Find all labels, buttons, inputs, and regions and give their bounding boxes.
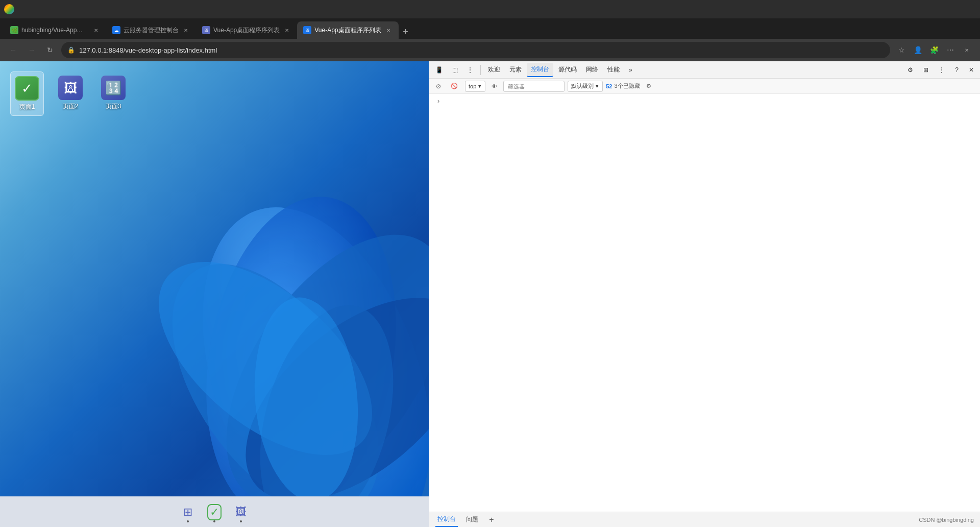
devtools-close-btn[interactable]: ✕	[965, 63, 978, 77]
taskbar-icon-image[interactable]: 🖼	[230, 501, 252, 523]
devtools-content	[429, 108, 980, 512]
profile-icon[interactable]: 👤	[911, 43, 925, 57]
tab-3-close[interactable]: ✕	[283, 26, 291, 34]
desktop-icon-page1[interactable]: ✓ 页面1	[10, 71, 44, 116]
top-label: top	[469, 83, 476, 89]
taskbar-checkmark-dot	[213, 520, 215, 522]
toolbar-right: ☆ 👤 🧩 ⋯ ✕	[894, 43, 974, 57]
devtools-tab-elements[interactable]: 元素	[505, 63, 526, 77]
refresh-button[interactable]: ↻	[43, 43, 57, 57]
browser-tab-1[interactable]: 🌿 hubingbing/Vue-App桌面程序… ✕	[4, 21, 106, 39]
devtools-help-btn[interactable]: ?	[951, 63, 963, 77]
console-expand-btn[interactable]: ⊘	[433, 81, 444, 91]
tab-2-title: 云服务器管理控制台	[124, 26, 179, 35]
browser-logo	[4, 4, 14, 14]
tab-2-favicon: ☁	[112, 26, 120, 34]
devtools-more-btn[interactable]: ⋮	[935, 63, 949, 77]
count-number: 52	[606, 83, 612, 89]
devtools-dots-btn[interactable]: ⋮	[463, 63, 477, 77]
desktop-icon-page3[interactable]: 🔢 页面3	[97, 71, 130, 116]
lock-icon: 🔒	[67, 46, 75, 54]
devtools-separator-1	[480, 65, 481, 75]
tab-1-close[interactable]: ✕	[92, 26, 100, 34]
bookmark-icon[interactable]: ☆	[894, 43, 909, 57]
devtools-tab-performance[interactable]: 性能	[603, 63, 624, 77]
page1-icon-img: ✓	[15, 76, 39, 101]
browser-tab-bar: 🌿 hubingbing/Vue-App桌面程序… ✕ ☁ 云服务器管理控制台 …	[0, 18, 980, 39]
devtools-device-btn[interactable]: 📱	[431, 63, 447, 77]
tab-3-favicon: 🖥	[202, 26, 210, 34]
devtools-tab-sources[interactable]: 源代码	[554, 63, 581, 77]
main-area: ✓ 页面1 🖼 页面2 🔢 页面3 ⊞	[0, 61, 980, 527]
devtools-settings-btn[interactable]: ⚙	[903, 63, 917, 77]
devtools-watermark: CSDN @bingbingding	[919, 517, 974, 523]
browser-viewport: ✓ 页面1 🖼 页面2 🔢 页面3 ⊞	[0, 61, 429, 527]
hidden-count: 52 3个已隐藏	[606, 82, 640, 90]
tab-4-title: Vue-App桌面程序序列表	[314, 26, 381, 35]
tab-2-close[interactable]: ✕	[182, 26, 190, 34]
page1-label: 页面1	[19, 103, 35, 111]
top-chevron-icon: ▼	[477, 84, 482, 89]
taskbar-image-icon: 🖼	[235, 506, 247, 519]
page3-label: 页面3	[106, 102, 121, 111]
forward-button[interactable]: →	[24, 43, 39, 57]
devtools-tab-console[interactable]: 控制台	[527, 63, 553, 77]
taskbar-image-dot	[240, 520, 242, 522]
new-tab-button[interactable]: +	[399, 25, 413, 39]
devtools-panel: 📱 ⬚ ⋮ 欢迎 元素 控制台 源代码 网络 性能 » ⚙ ⊞ ⋮ ? ✕ ⊘	[429, 61, 980, 527]
console-eye-btn[interactable]: 👁	[488, 80, 500, 92]
tab-1-title: hubingbing/Vue-App桌面程序…	[21, 26, 89, 35]
level-chevron-icon: ▼	[595, 84, 599, 89]
top-selector[interactable]: top ▼	[465, 81, 485, 92]
taskbar-icon-checkmark[interactable]: ✓	[203, 501, 226, 523]
devtools-bottom-tab-console[interactable]: 控制台	[435, 512, 458, 527]
address-bar[interactable]: 🔒 127.0.0.1:8848/vue-desktop-app-list/in…	[61, 42, 890, 58]
tab-4-close[interactable]: ✕	[384, 26, 393, 34]
console-filter-input[interactable]	[503, 81, 565, 92]
tab-4-favicon: 🖥	[303, 26, 311, 34]
browser-titlebar	[0, 0, 980, 18]
taskbar-calculator-dot	[187, 520, 189, 522]
back-button[interactable]: ←	[6, 43, 20, 57]
devtools-bottom-bar: 控制台 问题 + CSDN @bingbingding	[429, 512, 980, 527]
devtools-dock-btn[interactable]: ⊞	[919, 63, 933, 77]
desktop-background: ✓ 页面1 🖼 页面2 🔢 页面3	[0, 61, 429, 496]
win11-flower	[122, 164, 429, 496]
browser-tab-2[interactable]: ☁ 云服务器管理控制台 ✕	[106, 21, 196, 39]
devtools-tab-welcome[interactable]: 欢迎	[484, 63, 504, 77]
settings-icon[interactable]: ⋯	[943, 43, 958, 57]
taskbar-icon-calculator[interactable]: ⊞	[177, 501, 199, 523]
page2-label: 页面2	[63, 102, 79, 111]
devtools-bottom-tab-issues[interactable]: 问题	[464, 512, 480, 527]
devtools-toolbar-right: ⚙ ⊞ ⋮ ? ✕	[903, 63, 978, 77]
console-clear-btn[interactable]: 🚫	[447, 79, 462, 93]
taskbar-checkmark-icon: ✓	[207, 504, 222, 520]
browser-tab-4[interactable]: 🖥 Vue-App桌面程序序列表 ✕	[297, 21, 398, 39]
devtools-toolbar: 📱 ⬚ ⋮ 欢迎 元素 控制台 源代码 网络 性能 » ⚙ ⊞ ⋮ ? ✕	[429, 61, 980, 79]
expand-arrow-btn[interactable]: ›	[433, 96, 444, 106]
level-label: 默认级别	[571, 82, 594, 90]
devtools-bottom-add-btn[interactable]: +	[486, 515, 497, 525]
devtools-more-tools-btn[interactable]: »	[625, 63, 636, 77]
tab-1-favicon: 🌿	[10, 26, 18, 34]
desktop-icon-page2[interactable]: 🖼 页面2	[54, 71, 87, 116]
devtools-tab-network[interactable]: 网络	[582, 63, 602, 77]
page2-icon-img: 🖼	[58, 76, 83, 100]
level-selector[interactable]: 默认级别 ▼	[568, 81, 603, 92]
devtools-close-icon[interactable]: ✕	[960, 43, 974, 57]
taskbar-calculator-icon: ⊞	[183, 506, 192, 519]
tab-3-title: Vue-App桌面程序序列表	[213, 26, 280, 35]
taskbar: ⊞ ✓ 🖼	[0, 496, 429, 527]
devtools-console-toolbar: ⊘ 🚫 top ▼ 👁 默认级别 ▼ 52 3个已隐藏 ⚙	[429, 79, 980, 94]
browser-tab-3[interactable]: 🖥 Vue-App桌面程序序列表 ✕	[196, 21, 297, 39]
browser-toolbar: ← → ↻ 🔒 127.0.0.1:8848/vue-desktop-app-l…	[0, 39, 980, 61]
hidden-text: 3个已隐藏	[614, 82, 640, 90]
console-expand-row: ›	[429, 94, 980, 108]
url-text: 127.0.0.1:8848/vue-desktop-app-list/inde…	[79, 46, 884, 54]
page3-icon-img: 🔢	[101, 76, 126, 100]
console-gear-btn[interactable]: ⚙	[643, 80, 654, 92]
desktop-icons: ✓ 页面1 🖼 页面2 🔢 页面3	[10, 71, 130, 116]
devtools-inspect-btn[interactable]: ⬚	[448, 63, 462, 77]
extensions-icon[interactable]: 🧩	[927, 43, 941, 57]
